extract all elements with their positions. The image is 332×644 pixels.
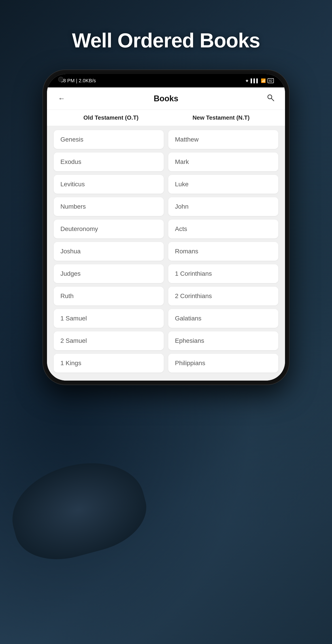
ot-book-7[interactable]: Ruth <box>54 287 164 306</box>
ot-book-0[interactable]: Genesis <box>54 130 164 149</box>
signal-icon: ▌▌▌ <box>251 78 259 83</box>
ot-book-1[interactable]: Exodus <box>54 152 164 171</box>
bluetooth-icon: ★ <box>245 78 249 83</box>
status-time: 58 PM | 2.0KB/s <box>60 78 96 84</box>
ot-book-5[interactable]: Joshua <box>54 242 164 261</box>
search-icon <box>266 94 274 104</box>
ot-book-3[interactable]: Numbers <box>54 197 164 216</box>
ot-book-4[interactable]: Deuteronomy <box>54 220 164 238</box>
phone-screen: 58 PM | 2.0KB/s ★ ▌▌▌ 📶 82 ← Books <box>47 74 285 380</box>
book-row: Ruth2 Corinthians <box>54 287 278 306</box>
old-testament-header: Old Testament (O.T) <box>56 114 166 121</box>
books-list: GenesisMatthewExodusMarkLeviticusLukeNum… <box>47 126 285 380</box>
book-row: JoshuaRomans <box>54 242 278 261</box>
book-row: LeviticusLuke <box>54 175 278 194</box>
camera-dot <box>58 77 64 82</box>
battery-icon: 82 <box>267 78 274 83</box>
app-header: ← Books <box>47 88 285 110</box>
ot-book-9[interactable]: 2 Samuel <box>54 332 164 350</box>
nt-book-0[interactable]: Matthew <box>168 130 278 149</box>
phone-frame: 58 PM | 2.0KB/s ★ ▌▌▌ 📶 82 ← Books <box>43 70 289 384</box>
nt-book-7[interactable]: 2 Corinthians <box>168 287 278 306</box>
ot-book-8[interactable]: 1 Samuel <box>54 309 164 328</box>
ot-book-10[interactable]: 1 Kings <box>54 354 164 372</box>
status-icons: ★ ▌▌▌ 📶 82 <box>245 78 274 83</box>
nt-book-2[interactable]: Luke <box>168 175 278 194</box>
nt-book-1[interactable]: Mark <box>168 152 278 171</box>
nt-book-4[interactable]: Acts <box>168 220 278 238</box>
columns-header: Old Testament (O.T) New Testament (N.T) <box>47 110 285 126</box>
book-row: NumbersJohn <box>54 197 278 216</box>
notch <box>144 74 188 81</box>
nt-book-5[interactable]: Romans <box>168 242 278 261</box>
search-button[interactable] <box>265 93 276 104</box>
status-bar: 58 PM | 2.0KB/s ★ ▌▌▌ 📶 82 <box>47 74 285 88</box>
nt-book-8[interactable]: Galatians <box>168 309 278 328</box>
nt-book-3[interactable]: John <box>168 197 278 216</box>
header-title: Books <box>154 94 178 103</box>
book-row: Judges1 Corinthians <box>54 264 278 283</box>
wifi-icon: 📶 <box>261 78 266 83</box>
book-row: 1 SamuelGalatians <box>54 309 278 328</box>
book-row: ExodusMark <box>54 152 278 171</box>
nt-book-9[interactable]: Ephesians <box>168 332 278 350</box>
ot-book-2[interactable]: Leviticus <box>54 175 164 194</box>
page-title: Well Ordered Books <box>72 29 260 52</box>
book-row: 2 SamuelEphesians <box>54 332 278 350</box>
nt-book-6[interactable]: 1 Corinthians <box>168 264 278 283</box>
svg-line-1 <box>271 98 274 101</box>
book-row: DeuteronomyActs <box>54 220 278 238</box>
back-arrow-icon: ← <box>58 94 65 103</box>
book-row: GenesisMatthew <box>54 130 278 149</box>
back-button[interactable]: ← <box>56 93 67 104</box>
book-row: 1 KingsPhilippians <box>54 354 278 372</box>
ot-book-6[interactable]: Judges <box>54 264 164 283</box>
nt-book-10[interactable]: Philippians <box>168 354 278 372</box>
new-testament-header: New Testament (N.T) <box>166 114 276 121</box>
